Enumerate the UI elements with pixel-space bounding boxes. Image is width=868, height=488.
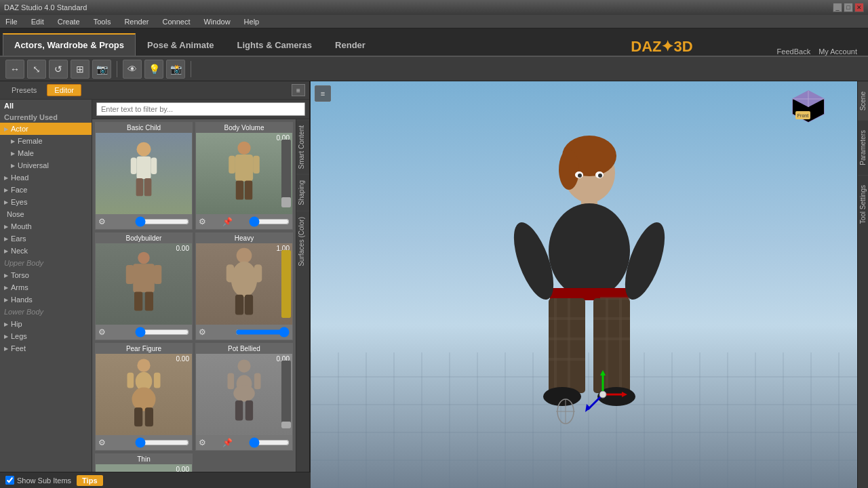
menu-window[interactable]: Window [201, 16, 233, 27]
menu-connect[interactable]: Connect [160, 16, 193, 27]
cat-legs[interactable]: ▶Legs [0, 330, 92, 342]
svg-point-48 [549, 203, 630, 298]
editor-tab[interactable]: Editor [47, 84, 81, 96]
svg-rect-16 [134, 291, 142, 310]
tab-pose[interactable]: Pose & Animate [136, 33, 226, 56]
cat-hip[interactable]: ▶Hip [0, 318, 92, 330]
cat-eyes[interactable]: ▶Eyes [0, 196, 92, 208]
card-settings-icon-4[interactable]: ⚙ [199, 327, 206, 337]
svg-point-24 [137, 359, 150, 372]
tool-settings-panel-tab[interactable]: Tool Settings [858, 175, 868, 233]
toolbar-btn-6[interactable]: 👁 [123, 60, 142, 79]
cat-female[interactable]: ▶Female [0, 135, 92, 147]
toolbar-btn-3[interactable]: ↺ [49, 60, 68, 79]
viewport[interactable]: Front ≡ Scene Parameters Tool Settings [311, 81, 868, 488]
svg-point-28 [132, 388, 156, 411]
card-bodybuilder[interactable]: Bodybuilder 0.00 [95, 232, 193, 340]
scene-panel-tab[interactable]: Scene [858, 81, 868, 120]
card-settings-icon-2[interactable]: ⚙ [199, 217, 206, 226]
card-body-volume[interactable]: Body Volume 0.00 [195, 122, 293, 230]
svg-rect-23 [245, 295, 253, 315]
parameters-panel-tab[interactable]: Parameters [858, 120, 868, 175]
card-slider-pot-bellied[interactable] [249, 439, 290, 447]
menu-create[interactable]: Create [55, 16, 83, 27]
svg-rect-13 [133, 264, 155, 292]
card-controls-pot-bellied: ⚙ 📌 [196, 435, 292, 450]
cat-face[interactable]: ▶Face [0, 184, 92, 196]
content-area: Basic Child [92, 100, 309, 488]
cat-male[interactable]: ▶Male [0, 147, 92, 159]
viewport-menu-icon[interactable]: ≡ [315, 85, 331, 102]
maximize-button[interactable]: □ [844, 3, 853, 12]
svg-rect-3 [151, 157, 157, 174]
svg-point-18 [237, 248, 252, 264]
search-input[interactable] [96, 102, 305, 116]
surfaces-color-tab[interactable]: Surfaces (Color) [296, 211, 309, 272]
cat-torso[interactable]: ▶Torso [0, 269, 92, 281]
viewport-left-toolbar: ≡ [315, 85, 331, 103]
tips-button[interactable]: Tips [77, 475, 102, 486]
tab-actors[interactable]: Actors, Wardrobe & Props [3, 33, 136, 56]
card-slider-pear[interactable] [135, 439, 189, 447]
scene-cube-container: Front [790, 88, 827, 127]
card-slider-bodybuilder[interactable] [135, 328, 189, 336]
card-settings-icon[interactable]: ⚙ [98, 217, 106, 226]
minimize-button[interactable]: _ [833, 3, 842, 12]
menu-render[interactable]: Render [121, 16, 151, 27]
svg-rect-10 [236, 181, 243, 200]
card-settings-icon-5[interactable]: ⚙ [98, 438, 106, 447]
svg-rect-15 [154, 265, 161, 284]
card-slider-body-volume[interactable] [249, 218, 290, 226]
svg-point-19 [231, 262, 258, 298]
tab-lights-cameras[interactable]: Lights & Cameras [226, 33, 324, 56]
feedback-link[interactable]: FeedBack [777, 47, 811, 56]
cat-all[interactable]: All [0, 100, 92, 112]
menu-edit[interactable]: Edit [28, 16, 47, 27]
smart-content-tab[interactable]: Smart Content [296, 119, 309, 174]
card-slider-heavy[interactable] [235, 328, 290, 336]
tab-render[interactable]: Render [323, 33, 377, 56]
card-slider-basic-child[interactable] [135, 218, 189, 226]
cat-hands[interactable]: ▶Hands [0, 293, 92, 306]
card-heavy[interactable]: Heavy 1.00 [195, 232, 293, 340]
myaccount-link[interactable]: My Account [818, 47, 857, 56]
card-settings-icon-6[interactable]: ⚙ [199, 438, 206, 447]
toolbar-btn-4[interactable]: ⊞ [71, 60, 90, 79]
card-basic-child[interactable]: Basic Child [95, 122, 193, 230]
shaping-tab[interactable]: Shaping [296, 174, 309, 211]
menu-file[interactable]: File [3, 16, 20, 27]
close-button[interactable]: ✕ [854, 3, 864, 12]
card-settings-icon-3[interactable]: ⚙ [98, 327, 106, 337]
card-pin-icon-2[interactable]: 📌 [222, 438, 233, 447]
svg-rect-20 [226, 264, 234, 282]
show-sub-items-bottom-checkbox[interactable] [5, 476, 14, 485]
card-controls-body-volume: ⚙ 📌 [196, 214, 292, 229]
toolbar-btn-8[interactable]: 📸 [166, 60, 185, 79]
cat-nose[interactable]: Nose [0, 208, 92, 220]
cat-actor[interactable]: ▶Actor [0, 123, 92, 135]
presets-tab[interactable]: Presets [4, 84, 44, 96]
toolbar: ↔ ⤡ ↺ ⊞ 📷 👁 💡 📸 [0, 57, 868, 81]
cat-arms[interactable]: ▶Arms [0, 281, 92, 293]
svg-rect-1 [137, 157, 151, 179]
menu-help[interactable]: Help [241, 16, 262, 27]
card-img-thin: 0.00 [96, 464, 192, 472]
cat-neck[interactable]: ▶Neck [0, 245, 92, 257]
card-pear-figure[interactable]: Pear Figure [95, 343, 193, 451]
toolbar-btn-1[interactable]: ↔ [5, 60, 24, 79]
cat-head[interactable]: ▶Head [0, 171, 92, 184]
cat-mouth[interactable]: ▶Mouth [0, 220, 92, 232]
svg-marker-67 [600, 370, 606, 375]
toolbar-btn-5[interactable]: 📷 [92, 60, 111, 79]
toolbar-btn-2[interactable]: ⤡ [27, 60, 46, 79]
panel-menu-button[interactable]: ≡ [292, 84, 305, 96]
show-sub-items-bottom-label[interactable]: Show Sub Items [5, 476, 71, 485]
menu-tools[interactable]: Tools [91, 16, 114, 27]
card-pin-icon[interactable]: 📌 [222, 217, 233, 226]
card-thin[interactable]: Thin 0.00 [95, 453, 193, 472]
toolbar-btn-7[interactable]: 💡 [144, 60, 163, 79]
cat-ears[interactable]: ▶Ears [0, 232, 92, 245]
cat-feet[interactable]: ▶Feet [0, 342, 92, 354]
card-pot-bellied[interactable]: Pot Bellied [195, 343, 293, 451]
cat-universal[interactable]: ▶Universal [0, 159, 92, 171]
